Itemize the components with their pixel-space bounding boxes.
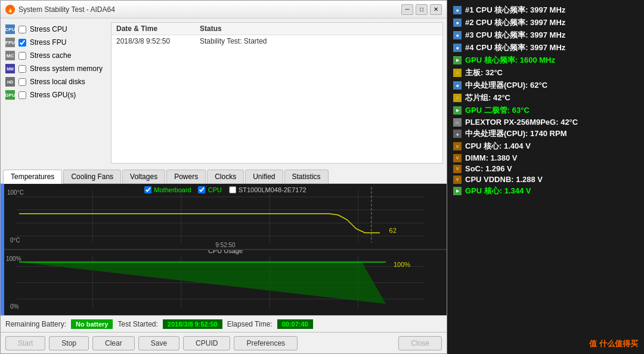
cpu-fan-icon: ◈	[453, 130, 462, 138]
stress-gpu-item: GPU Stress GPU(s)	[4, 89, 107, 101]
gpu-icon: GPU	[5, 90, 15, 100]
info-cpu-fan: ◈ 中央处理器(CPU): 1740 RPM	[453, 128, 638, 139]
test-started-label: Test Started:	[117, 320, 157, 328]
log-panel: Date & Time Status 2018/3/8 9:52:50 Stab…	[111, 22, 443, 164]
close-window-button[interactable]: ✕	[430, 4, 442, 15]
legend-motherboard: Motherboard	[144, 186, 191, 193]
tab-unified[interactable]: Unified	[245, 170, 283, 183]
cpu3-freq-label: #3 CPU 核心频率: 3997 MHz	[465, 30, 565, 41]
cpu1-freq-label: #1 CPU 核心频率: 3997 MHz	[465, 5, 565, 16]
stress-fpu-item: FPU Stress FPU	[4, 36, 107, 48]
info-gpu-diode: ▶ GPU 二极管: 63°C	[453, 105, 638, 116]
chipset-icon: □	[453, 94, 462, 102]
plextor-icon: ▭	[453, 118, 462, 127]
info-cpu-core-volt: V CPU 核心: 1.404 V	[453, 141, 638, 152]
stop-button[interactable]: Stop	[49, 336, 89, 350]
cpu3-icon: ■	[453, 31, 462, 39]
cpu-core-volt-label: CPU 核心: 1.404 V	[465, 141, 531, 152]
svg-text:0°C: 0°C	[10, 237, 20, 244]
legend-mb-checkbox[interactable]	[144, 186, 151, 193]
charts-area: Motherboard CPU ST1000LM048-2E7172	[1, 184, 447, 316]
info-chipset-temp: □ 芯片组: 42°C	[453, 93, 638, 103]
chart-legend: Motherboard CPU ST1000LM048-2E7172	[144, 186, 306, 193]
info-gpu-core-volt: ▶ GPU 核心: 1.344 V	[453, 186, 638, 196]
svg-text:CPU Usage: CPU Usage	[208, 250, 243, 254]
stress-cache-label: Stress cache	[30, 51, 71, 60]
stress-fpu-checkbox[interactable]	[18, 39, 26, 47]
gpu-core-volt-label: GPU 核心: 1.344 V	[465, 186, 531, 196]
stress-local-checkbox[interactable]	[18, 78, 26, 86]
test-started-value: 2018/3/8 9:52:50	[163, 319, 222, 329]
svg-text:100°C: 100°C	[7, 189, 24, 196]
tab-temperatures[interactable]: Temperatures	[3, 170, 62, 184]
mb-temp-label: 主板: 32°C	[465, 67, 503, 78]
stress-gpu-label: Stress GPU(s)	[30, 91, 76, 99]
cpu-core-volt-icon: V	[453, 142, 462, 150]
save-button[interactable]: Save	[138, 336, 179, 350]
app-icon: 🔥	[5, 5, 15, 14]
preferences-button[interactable]: Preferences	[234, 336, 298, 350]
stress-memory-checkbox[interactable]	[18, 65, 26, 73]
gpu-diode-label: GPU 二极管: 63°C	[465, 105, 530, 116]
temperature-chart: Motherboard CPU ST1000LM048-2E7172	[4, 184, 447, 250]
mb-temp-icon: □	[453, 69, 462, 77]
soc-volt-label: SoC: 1.296 V	[465, 164, 512, 173]
maximize-button[interactable]: □	[416, 4, 428, 15]
watermark-text: 值 什么值得买	[589, 339, 638, 348]
memory-icon: MM	[5, 64, 15, 73]
start-button[interactable]: Start	[5, 336, 45, 350]
gpu-freq-icon: ▶	[453, 56, 462, 64]
stress-options-panel: CPU Stress CPU FPU Stress FPU MC Stress …	[1, 19, 111, 167]
gpu-freq-label: GPU 核心频率: 1600 MHz	[465, 55, 555, 66]
cpu-temp-label: 中央处理器(CPU): 62°C	[465, 80, 547, 91]
vddnb-volt-icon: V	[453, 176, 462, 184]
info-cpu4-freq: ■ #4 CPU 核心频率: 3997 MHz	[453, 42, 638, 53]
log-row: 2018/3/8 9:52:50 Stability Test: Started	[112, 35, 442, 47]
cpu-fan-label: 中央处理器(CPU): 1740 RPM	[465, 128, 566, 139]
plextor-temp-label: PLEXTOR PX-256M9PeG: 42°C	[465, 118, 578, 127]
fpu-icon: FPU	[5, 38, 15, 47]
battery-value: No battery	[71, 319, 113, 329]
info-dimm-volt: V DIMM: 1.380 V	[453, 153, 638, 162]
status-bar: Remaining Battery: No battery Test Start…	[1, 315, 447, 332]
tabs-bar: Temperatures Cooling Fans Voltages Power…	[1, 167, 447, 184]
svg-text:0%: 0%	[10, 303, 19, 310]
dimm-volt-icon: V	[453, 154, 462, 162]
cpu-chart-svg: 100% 0% CPU Usage 100%	[4, 250, 447, 315]
elapsed-value: 00:07:40	[277, 319, 313, 329]
info-cpu-temp: ■ 中央处理器(CPU): 62°C	[453, 80, 638, 91]
info-gpu-freq: ▶ GPU 核心频率: 1600 MHz	[453, 55, 638, 66]
close-button[interactable]: Close	[398, 336, 442, 350]
elapsed-label: Elapsed Time:	[227, 320, 273, 328]
right-info-panel: ■ #1 CPU 核心频率: 3997 MHz ■ #2 CPU 核心频率: 3…	[447, 0, 644, 354]
main-window: 🔥 System Stability Test - AIDA64 ─ □ ✕ C…	[0, 0, 447, 354]
stress-cache-checkbox[interactable]	[18, 52, 26, 60]
info-mb-temp: □ 主板: 32°C	[453, 67, 638, 78]
stress-cpu-checkbox[interactable]	[18, 26, 26, 33]
log-col-datetime: Date & Time	[116, 24, 200, 33]
stress-fpu-label: Stress FPU	[30, 38, 66, 47]
legend-st: ST1000LM048-2E7172	[229, 186, 306, 193]
stress-cpu-item: CPU Stress CPU	[4, 23, 107, 35]
tab-cooling-fans[interactable]: Cooling Fans	[63, 170, 121, 183]
tab-powers[interactable]: Powers	[166, 170, 206, 183]
clear-button[interactable]: Clear	[92, 336, 135, 350]
tab-voltages[interactable]: Voltages	[122, 170, 165, 183]
cpu-usage-chart: 100% 0% CPU Usage 100%	[4, 250, 447, 315]
stress-cache-item: MC Stress cache	[4, 50, 107, 61]
button-bar: Start Stop Clear Save CPUID Preferences …	[1, 332, 447, 353]
vddnb-volt-label: CPU VDDNB: 1.288 V	[465, 175, 543, 184]
minimize-button[interactable]: ─	[401, 4, 413, 15]
cache-icon: MC	[5, 51, 15, 60]
tab-clocks[interactable]: Clocks	[207, 170, 244, 183]
tab-statistics[interactable]: Statistics	[284, 170, 329, 183]
info-plextor-temp: ▭ PLEXTOR PX-256M9PeG: 42°C	[453, 118, 638, 127]
temp-chart-svg: 100°C 0°C 62 32 9:52:50	[4, 184, 447, 249]
svg-text:9:52:50: 9:52:50	[215, 241, 236, 248]
legend-st-checkbox[interactable]	[229, 186, 236, 193]
info-cpu2-freq: ■ #2 CPU 核心频率: 3997 MHz	[453, 17, 638, 28]
stress-gpu-checkbox[interactable]	[18, 91, 26, 99]
info-vddnb-volt: V CPU VDDNB: 1.288 V	[453, 175, 638, 184]
legend-cpu-checkbox[interactable]	[199, 186, 206, 193]
cpuid-button[interactable]: CPUID	[183, 336, 230, 350]
